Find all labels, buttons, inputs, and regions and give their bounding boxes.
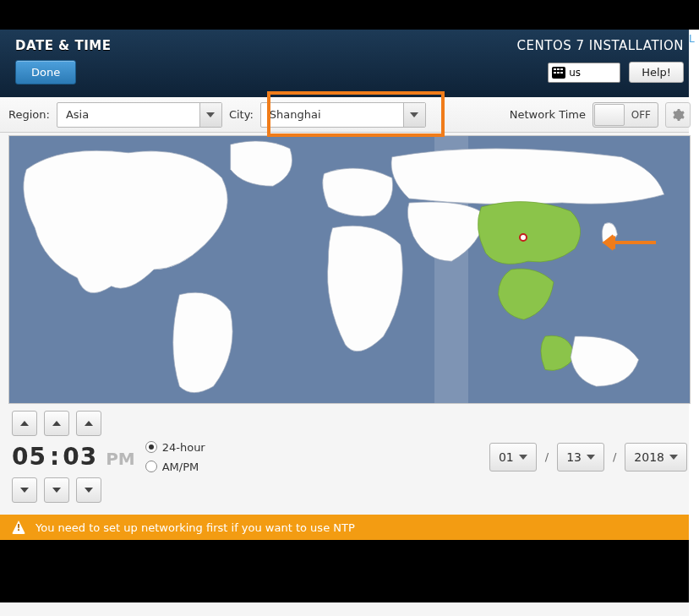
hours-value: 05 bbox=[12, 443, 46, 471]
region-select[interactable]: Asia bbox=[57, 102, 222, 128]
installer-subtitle: CENTOS 7 INSTALLATION bbox=[517, 38, 684, 53]
chevron-up-icon bbox=[52, 421, 61, 426]
date-sep-2: / bbox=[613, 450, 616, 463]
toggle-knob bbox=[594, 104, 625, 126]
month-select[interactable]: 01 bbox=[489, 443, 537, 472]
ampm-down-button[interactable] bbox=[76, 477, 101, 503]
year-value: 2018 bbox=[634, 450, 664, 464]
header-right: CENTOS 7 INSTALLATION us Help! bbox=[517, 38, 684, 97]
gear-icon bbox=[671, 108, 685, 122]
city-value: Shanghai bbox=[261, 108, 403, 121]
chevron-down-icon bbox=[410, 112, 418, 117]
chevron-up-icon bbox=[20, 421, 29, 426]
spin-down-row bbox=[12, 477, 135, 503]
chevron-down-icon bbox=[52, 488, 61, 493]
timezone-map[interactable] bbox=[8, 135, 691, 404]
hours-up-button[interactable] bbox=[12, 411, 37, 436]
window-top-bar bbox=[0, 0, 699, 30]
month-value: 01 bbox=[499, 450, 514, 464]
region-label: Region: bbox=[8, 108, 50, 121]
minutes-down-button[interactable] bbox=[44, 477, 69, 503]
day-select[interactable]: 13 bbox=[557, 443, 604, 472]
city-caret[interactable] bbox=[403, 103, 425, 127]
ntp-settings-button[interactable] bbox=[665, 102, 691, 128]
format-24h-label: 24-hour bbox=[162, 441, 205, 454]
ampm-value: PM bbox=[106, 449, 135, 469]
time-format-group: 24-hour AM/PM bbox=[145, 441, 205, 473]
date-controls: 01 / 13 / 2018 bbox=[489, 443, 687, 472]
chevron-down-icon bbox=[519, 455, 527, 460]
world-map-svg bbox=[9, 136, 690, 403]
spin-up-row bbox=[12, 411, 135, 436]
selected-city-marker bbox=[519, 233, 527, 242]
city-select[interactable]: Shanghai bbox=[260, 102, 426, 128]
format-24h-radio[interactable]: 24-hour bbox=[145, 441, 205, 454]
chevron-down-icon bbox=[20, 488, 29, 493]
year-select[interactable]: 2018 bbox=[625, 443, 687, 472]
header: DATE & TIME Done CENTOS 7 INSTALLATION u… bbox=[0, 30, 699, 97]
chevron-up-icon bbox=[85, 421, 93, 426]
city-label: City: bbox=[229, 108, 254, 121]
keyboard-layout-text: us bbox=[569, 67, 581, 79]
region-caret[interactable] bbox=[199, 103, 221, 127]
chevron-down-icon bbox=[669, 455, 678, 460]
header-left: DATE & TIME Done bbox=[15, 38, 111, 97]
radio-icon bbox=[145, 461, 157, 472]
date-sep-1: / bbox=[545, 450, 549, 463]
chevron-down-icon bbox=[206, 112, 215, 117]
window-bottom-bar bbox=[0, 540, 699, 602]
time-colon: : bbox=[50, 443, 59, 471]
installer-window: L DATE & TIME Done CENTOS 7 INSTALLATION… bbox=[0, 0, 699, 616]
keyboard-layout-indicator[interactable]: us bbox=[548, 63, 620, 83]
network-time-toggle[interactable]: OFF bbox=[593, 102, 658, 128]
page-title: DATE & TIME bbox=[15, 38, 111, 53]
time-date-row: 05 : 03 PM 24-hour AM/PM bbox=[0, 404, 699, 515]
radio-icon bbox=[145, 441, 157, 453]
format-12h-radio[interactable]: AM/PM bbox=[145, 461, 205, 473]
controls-row: Region: Asia City: Shanghai Network Time… bbox=[0, 97, 699, 133]
time-spinners: 05 : 03 PM bbox=[12, 411, 135, 503]
header-actions: us Help! bbox=[517, 62, 684, 83]
network-time-label: Network Time bbox=[510, 108, 586, 121]
help-button[interactable]: Help! bbox=[629, 62, 684, 83]
minutes-up-button[interactable] bbox=[44, 411, 69, 436]
time-controls: 05 : 03 PM 24-hour AM/PM bbox=[12, 411, 205, 503]
minutes-value: 03 bbox=[63, 443, 97, 471]
format-12h-label: AM/PM bbox=[162, 461, 199, 473]
keyboard-icon bbox=[552, 67, 565, 79]
map-container bbox=[0, 133, 699, 404]
chevron-down-icon bbox=[85, 488, 93, 493]
time-display: 05 : 03 PM bbox=[12, 443, 135, 471]
warning-text: You need to set up networking first if y… bbox=[35, 521, 355, 534]
region-value: Asia bbox=[57, 108, 199, 121]
warning-icon bbox=[12, 521, 25, 534]
done-button[interactable]: Done bbox=[15, 60, 76, 84]
warning-bar: You need to set up networking first if y… bbox=[0, 515, 699, 540]
ampm-up-button[interactable] bbox=[76, 411, 101, 436]
toggle-state: OFF bbox=[631, 109, 651, 121]
hours-down-button[interactable] bbox=[12, 477, 37, 503]
chevron-down-icon bbox=[587, 455, 595, 460]
day-value: 13 bbox=[566, 450, 582, 464]
